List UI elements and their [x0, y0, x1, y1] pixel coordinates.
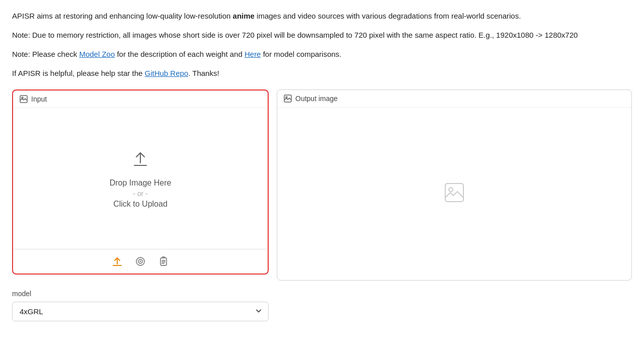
output-panel-label: Output image [277, 90, 631, 108]
output-placeholder-icon [443, 182, 465, 205]
model-section: model 4xGRL 2xGRL 4xRealESRGAN 4xAnime4K [12, 290, 269, 321]
description-line1: APISR aims at restoring and enhancing lo… [12, 10, 632, 22]
clipboard-icon[interactable] [156, 254, 171, 268]
note3: If APISR is helpful, please help star th… [12, 67, 632, 79]
upload-icon [130, 149, 150, 170]
or-text: - or - [133, 190, 148, 198]
svg-point-6 [140, 261, 141, 262]
note1: Note: Due to memory restriction, all ima… [12, 29, 632, 41]
panels-row: Input Drop Image Here - or - Click to Up… [12, 89, 632, 281]
webcam-icon[interactable] [133, 254, 147, 268]
note2: Note: Please check Model Zoo for the des… [12, 48, 632, 60]
upload-toolbar-icon[interactable] [110, 254, 124, 268]
model-select[interactable]: 4xGRL 2xGRL 4xRealESRGAN 4xAnime4K [12, 302, 269, 321]
input-toolbar [13, 249, 268, 274]
input-label-text: Input [31, 95, 47, 103]
upload-area[interactable]: Drop Image Here - or - Click to Upload [13, 108, 268, 249]
output-image-icon [283, 94, 292, 103]
here-link[interactable]: Here [245, 50, 261, 58]
image-icon [19, 95, 28, 104]
svg-point-14 [449, 188, 453, 192]
output-body [277, 108, 631, 279]
description-block: APISR aims at restoring and enhancing lo… [12, 10, 632, 79]
svg-rect-13 [445, 184, 463, 202]
output-label-text: Output image [295, 95, 338, 103]
input-panel: Input Drop Image Here - or - Click to Up… [12, 89, 269, 275]
drop-image-text: Drop Image Here [110, 178, 172, 188]
model-label: model [12, 290, 269, 298]
click-to-upload-text: Click to Upload [113, 200, 168, 209]
model-select-wrap: 4xGRL 2xGRL 4xRealESRGAN 4xAnime4K [12, 302, 269, 321]
github-repo-link[interactable]: GitHub Repo [144, 69, 188, 77]
output-panel: Output image [277, 89, 632, 281]
model-zoo-link[interactable]: Model Zoo [79, 50, 115, 58]
input-panel-label: Input [13, 90, 268, 108]
